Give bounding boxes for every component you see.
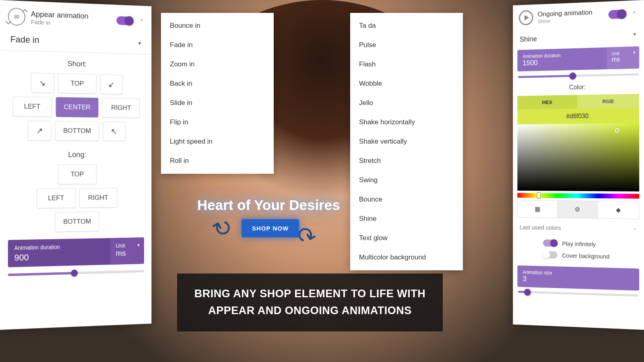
hue-thumb[interactable] (537, 192, 541, 199)
dir-long-left[interactable]: LEFT (37, 188, 75, 208)
duration-slider[interactable] (8, 270, 144, 276)
dir-short-left[interactable]: LEFT (12, 97, 52, 117)
dropdown-item[interactable]: Ta da (350, 16, 463, 35)
color-tools: ▦ ⚙ ◆ (517, 200, 639, 219)
caption-banner: BRING ANY SHOP ELEMENT TO LIFE WITH APPE… (177, 274, 443, 331)
dropdown-item[interactable]: Bounce (350, 190, 463, 209)
slider-thumb[interactable] (71, 269, 78, 277)
dir-long-bottom[interactable]: BOTTOM (55, 212, 99, 232)
duration-input[interactable]: Animation duration 1500 Unit ms (517, 46, 639, 71)
dropdown-item[interactable]: Slide in (161, 93, 274, 113)
dropdown-item[interactable]: Wobble (350, 74, 463, 93)
animation-size-input[interactable]: Animation size 3 (517, 265, 639, 291)
select-value: Shine (520, 35, 537, 44)
ongoing-type-select[interactable]: Shine ▼ (513, 25, 644, 50)
panel-header: Ongoing animation Shine ⌃ (513, 0, 644, 29)
dir-short-tl[interactable]: ↘ (31, 73, 54, 93)
select-value: Fade in (10, 34, 39, 45)
cover-background-toggle[interactable] (543, 251, 557, 258)
last-colors-label: Last used colors (520, 224, 561, 231)
unit-select[interactable]: Unit ms (607, 46, 639, 69)
chevron-down-icon: ▼ (138, 41, 142, 46)
dropdown-item[interactable]: Zoom in (161, 55, 274, 74)
chevron-down-icon: ▼ (632, 32, 637, 40)
saturation-picker[interactable] (517, 123, 639, 191)
unit-label: Unit (116, 242, 139, 249)
duration-input[interactable]: Animation duration 900 Unit ms (8, 237, 144, 267)
dir-short-tr[interactable]: ↙ (100, 74, 123, 95)
unit-select[interactable]: Unit ms (110, 237, 144, 265)
dropdown-item[interactable]: Jello (350, 93, 463, 113)
dir-long-right[interactable]: RIGHT (79, 188, 117, 208)
dropdown-item[interactable]: Multicolor background (350, 248, 463, 267)
unit-value: ms (116, 249, 139, 258)
dropdown-item[interactable]: Fade in (161, 35, 274, 55)
dropdown-item[interactable]: Stretch (350, 151, 463, 171)
appear-animation-dropdown: Bounce inFade inZoom inBack inSlide inFl… (161, 13, 274, 174)
slider-thumb[interactable] (524, 289, 531, 296)
color-cursor[interactable] (615, 128, 619, 133)
dropdown-item[interactable]: Swing (350, 171, 463, 190)
play-icon (519, 10, 533, 25)
dropdown-item[interactable]: Flash (350, 55, 463, 74)
dropdown-item[interactable]: Text glow (350, 228, 463, 248)
dir-short-center[interactable]: CENTER (56, 97, 99, 117)
play-infinitely-label: Play infinitely (562, 240, 596, 247)
cover-background-label: Cover background (562, 252, 609, 259)
duration-value: 1500 (522, 57, 601, 68)
dir-short-bottom[interactable]: BOTTOM (55, 121, 99, 141)
tab-hex[interactable]: HEX (517, 95, 577, 110)
appear-animation-panel: 3D Appear animation Fade in ⌃ Fade in ▼ … (0, 0, 151, 330)
shop-now-button[interactable]: SHOP NOW (242, 219, 299, 237)
duration-label: Animation duration (14, 243, 105, 251)
dir-short-top[interactable]: TOP (58, 73, 96, 94)
rotate-3d-icon: 3D (8, 8, 25, 26)
play-infinitely-toggle[interactable] (543, 239, 557, 247)
dir-short-br[interactable]: ↖ (103, 121, 125, 141)
dir-long-top[interactable]: TOP (58, 165, 96, 184)
dropdown-item[interactable]: Shake horizontally (350, 113, 463, 132)
unit-value: ms (611, 56, 634, 63)
panel-header: 3D Appear animation Fade in ⌃ (0, 0, 151, 35)
tab-rgb[interactable]: RGB (577, 94, 639, 109)
dropdown-item[interactable]: Light speed in (161, 132, 274, 151)
ongoing-animation-dropdown: Ta daPulseFlashWobbleJelloShake horizont… (350, 13, 463, 270)
dropdown-item[interactable]: Shake vertically (350, 132, 463, 151)
swatch-icon[interactable]: ◆ (598, 201, 639, 219)
ongoing-toggle[interactable] (609, 10, 626, 19)
hero-headline: Heart of Your Desires (197, 197, 340, 213)
appear-toggle[interactable] (116, 16, 133, 25)
dropdown-item[interactable]: Pulse (350, 35, 463, 55)
dropdown-item[interactable]: Flip in (161, 113, 274, 132)
dropdown-item[interactable]: Shine (350, 209, 463, 228)
collapse-icon[interactable]: ⌃ (630, 9, 638, 19)
duration-value: 900 (14, 251, 105, 263)
slider-thumb[interactable] (569, 72, 576, 80)
short-label: Short: (8, 58, 144, 70)
collapse-icon[interactable]: ⌃ (138, 16, 145, 26)
color-format-tabs: HEX RGB (517, 94, 639, 109)
dropdown-item[interactable]: Back in (161, 74, 274, 93)
long-label: Long: (8, 150, 144, 159)
sliders-icon[interactable]: ⚙ (557, 201, 598, 218)
dir-short-bl[interactable]: ↗ (28, 121, 51, 141)
dropdown-item[interactable]: Roll in (161, 151, 274, 171)
last-colors-row[interactable]: Last used colors ⌄ (513, 218, 644, 239)
hue-slider[interactable] (517, 193, 639, 199)
hex-value[interactable]: #d6f030 (517, 108, 639, 124)
size-slider[interactable] (518, 291, 638, 297)
transparency-icon[interactable]: ▦ (518, 200, 557, 218)
chevron-down-icon: ⌄ (633, 226, 637, 232)
dropdown-item[interactable]: Bounce in (161, 16, 274, 35)
duration-slider[interactable] (518, 73, 638, 78)
cover-background-row: Cover background (513, 248, 644, 263)
dir-short-right[interactable]: RIGHT (102, 98, 140, 118)
ongoing-animation-panel: Ongoing animation Shine ⌃ Shine ▼ Animat… (513, 0, 644, 330)
color-label: Color: (513, 82, 644, 92)
caption-text: BRING ANY SHOP ELEMENT TO LIFE WITH APPE… (192, 286, 428, 319)
